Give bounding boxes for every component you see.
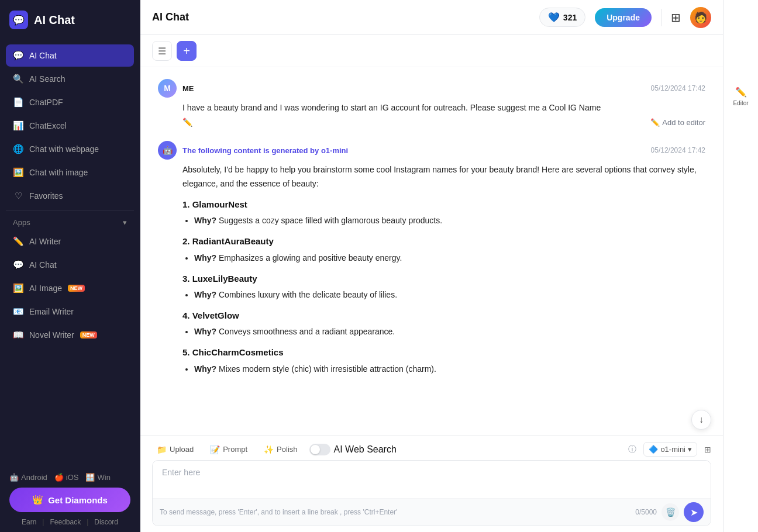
scroll-down-button[interactable]: ↓ <box>691 410 711 430</box>
list-button[interactable]: ☰ <box>152 41 172 61</box>
new-chat-button[interactable]: + <box>177 41 197 61</box>
ai-sender-name: The following content is generated by o1… <box>182 146 348 155</box>
platform-win[interactable]: 🪟Win <box>85 473 110 482</box>
nav-label-chat-image: Chat with image <box>29 168 88 177</box>
apps-item-ai-writer[interactable]: ✏️AI Writer <box>6 230 134 253</box>
sidebar-item-chatpdf[interactable]: 📄ChatPDF <box>6 91 134 113</box>
sidebar-item-ai-chat[interactable]: 💬AI Chat <box>6 44 134 67</box>
expand-icon[interactable]: ⊞ <box>704 445 711 454</box>
upload-tool[interactable]: 📁 Upload <box>152 443 198 457</box>
suggestion-item: Why? Combines luxury with the delicate b… <box>194 288 705 302</box>
suggestion-title: 1. GlamourNest <box>182 197 705 212</box>
logo-icon: 💬 <box>9 11 28 29</box>
message-group-user: M ME 05/12/2024 17:42 I have a beauty br… <box>158 79 705 127</box>
message-actions: ✏️ ✏️ Add to editor <box>182 118 705 127</box>
upgrade-button[interactable]: Upgrade <box>595 8 652 27</box>
suggestion-list: Why? Conveys smoothness and a radiant ap… <box>182 325 705 339</box>
platform-android[interactable]: 🤖Android <box>9 473 47 482</box>
send-button[interactable]: ➤ <box>684 502 704 522</box>
message-header-ai: 🤖 The following content is generated by … <box>158 141 705 160</box>
editor-label: Editor <box>733 100 748 106</box>
apps-label-ai-writer: AI Writer <box>29 237 61 246</box>
user-message-time: 05/12/2024 17:42 <box>651 84 705 92</box>
ai-web-search-toggle[interactable] <box>309 444 330 455</box>
apps-item-email-writer[interactable]: 📧Email Writer <box>6 300 134 323</box>
apps-item-ai-image[interactable]: 🖼️AI ImageNEW <box>6 277 134 299</box>
topbar: AI Chat 💙 321 Upgrade ⊞ 🧑 <box>140 0 723 35</box>
sidebar-item-favorites[interactable]: ♡Favorites <box>6 185 134 207</box>
suggestion-list: Why? Mixes modern style (chic) with irre… <box>182 362 705 376</box>
grid-icon[interactable]: ⊞ <box>671 11 681 25</box>
chat-input-box: To send message, press 'Enter', and to i… <box>152 460 711 526</box>
info-icon[interactable]: ⓘ <box>628 444 636 455</box>
editor-button[interactable]: ✏️ Editor <box>728 82 753 111</box>
android-icon: 🤖 <box>9 473 19 482</box>
suggestion-list: Why? Suggests a cozy space filled with g… <box>182 214 705 228</box>
sidebar-bottom: 🤖Android🍎iOS🪟Win 👑 Get Diamonds Earn | F… <box>0 467 140 532</box>
model-icon: 🔷 <box>649 445 658 454</box>
sidebar-item-chatexcel[interactable]: 📊ChatExcel <box>6 115 134 137</box>
platform-ios[interactable]: 🍎iOS <box>54 473 79 482</box>
apps-item-novel-writer[interactable]: 📖Novel WriterNEW <box>6 324 134 346</box>
chat-toolbar: ☰ + <box>140 35 723 67</box>
apps-section-header[interactable]: Apps ▾ <box>6 215 134 230</box>
input-bottom-bar: To send message, press 'Enter', and to i… <box>153 498 711 526</box>
upload-icon: 📁 <box>157 445 167 454</box>
polish-tool[interactable]: ✨ Polish <box>259 443 302 457</box>
add-to-editor-button[interactable]: ✏️ Add to editor <box>650 118 705 127</box>
earn-link[interactable]: Earn <box>22 518 36 526</box>
char-count: 0/5000 <box>635 508 657 516</box>
nav-label-chatpdf: ChatPDF <box>29 98 63 107</box>
main-content: AI Chat 💙 321 Upgrade ⊞ 🧑 ☰ + M ME 05/12… <box>140 0 723 532</box>
prompt-tool[interactable]: 📝 Prompt <box>205 443 252 457</box>
user-message-body: I have a beauty brand and I was wonderin… <box>182 101 705 114</box>
app-title: AI Chat <box>34 13 75 27</box>
ai-writer-app-icon: ✏️ <box>13 236 23 247</box>
user-avatar: M <box>158 79 177 98</box>
plus-icon: + <box>183 44 190 58</box>
chat-messages: M ME 05/12/2024 17:42 I have a beauty br… <box>140 67 723 436</box>
credits-count: 321 <box>563 13 577 22</box>
apps-chevron-icon: ▾ <box>123 218 127 227</box>
novel-writer-app-icon: 📖 <box>13 330 23 340</box>
avatar[interactable]: 🧑 <box>690 7 711 28</box>
nav-divider <box>6 210 134 211</box>
chevron-down-icon: ▾ <box>688 445 692 454</box>
model-selector[interactable]: 🔷 o1-mini ▾ <box>643 442 697 457</box>
sidebar-item-ai-search[interactable]: 🔍AI Search <box>6 68 134 90</box>
suggestion-item: Why? Emphasizes a glowing and positive b… <box>194 251 705 265</box>
upload-label: Upload <box>170 445 194 454</box>
message-header-user: M ME 05/12/2024 17:42 <box>158 79 705 98</box>
chat-input-area: 📁 Upload 📝 Prompt ✨ Polish AI Web Search… <box>140 436 723 532</box>
ai-image-app-icon: 🖼️ <box>13 283 23 293</box>
sidebar-item-chat-image[interactable]: 🖼️Chat with image <box>6 161 134 184</box>
nav-label-chat-webpage: Chat with webpage <box>29 144 99 154</box>
credits-badge[interactable]: 💙 321 <box>539 8 585 27</box>
bottom-links: Earn | Feedback | Discord <box>9 518 130 526</box>
edit-icon[interactable]: ✏️ <box>182 118 192 127</box>
discord-link[interactable]: Discord <box>94 518 118 526</box>
feedback-link[interactable]: Feedback <box>50 518 81 526</box>
get-diamonds-button[interactable]: 👑 Get Diamonds <box>9 488 130 512</box>
crown-icon: 👑 <box>32 495 43 505</box>
ai-search-icon: 🔍 <box>13 74 23 84</box>
chat-textarea[interactable] <box>153 461 711 496</box>
editor-pencil-icon: ✏️ <box>735 87 747 98</box>
nav-label-ai-chat: AI Chat <box>29 51 57 60</box>
clear-button[interactable]: 🗑️ <box>661 503 679 521</box>
suggestion-list: Why? Combines luxury with the delicate b… <box>182 288 705 302</box>
input-actions: 0/5000 🗑️ ➤ <box>635 502 704 522</box>
suggestion-title: 4. VelvetGlow <box>182 308 705 323</box>
input-toolbar: 📁 Upload 📝 Prompt ✨ Polish AI Web Search… <box>152 436 711 460</box>
ios-icon: 🍎 <box>54 473 64 482</box>
apps-item-ai-chat-app[interactable]: 💬AI Chat <box>6 254 134 276</box>
nav-label-favorites: Favorites <box>29 191 63 201</box>
chat-webpage-icon: 🌐 <box>13 144 23 154</box>
prompt-label: Prompt <box>223 445 247 454</box>
sidebar-item-chat-webpage[interactable]: 🌐Chat with webpage <box>6 138 134 160</box>
suggestion-item: Why? Suggests a cozy space filled with g… <box>194 214 705 228</box>
hint-text: To send message, press 'Enter', and to i… <box>160 508 397 516</box>
ai-web-search-tool[interactable]: AI Web Search <box>309 444 397 455</box>
ai-avatar: 🤖 <box>158 141 177 160</box>
ai-chat-icon: 💬 <box>13 50 23 61</box>
